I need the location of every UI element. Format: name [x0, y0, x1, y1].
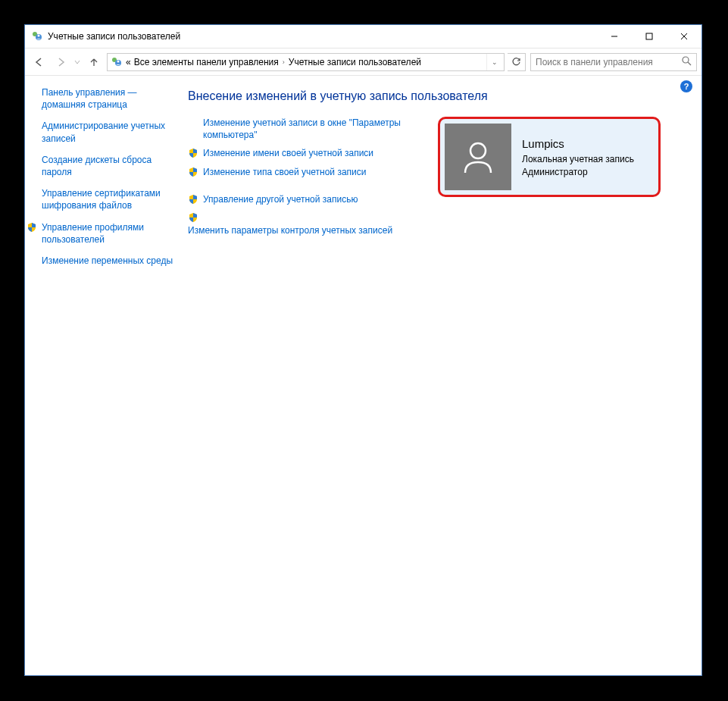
action-list: Изменение учетной записи в окне "Парамет… [188, 117, 415, 252]
sidebar-item-label: Панель управления — домашняя страница [42, 86, 174, 111]
action-change-type[interactable]: Изменение типа своей учетной записи [188, 166, 415, 178]
svg-line-11 [688, 62, 691, 65]
window-title: Учетные записи пользователей [48, 31, 597, 42]
action-label: Изменение типа своей учетной записи [203, 166, 366, 178]
svg-point-12 [470, 143, 486, 158]
main-content: Внесение изменений в учетную запись поль… [180, 76, 701, 675]
chevron-right-icon[interactable]: › [282, 58, 286, 66]
breadcrumb-prefix: « [126, 57, 131, 67]
current-user-card: Lumpics Локальная учетная запись Админис… [438, 117, 661, 197]
breadcrumb-item[interactable]: Все элементы панели управления [134, 57, 279, 67]
action-manage-other[interactable]: Управление другой учетной записью [188, 193, 415, 205]
minimize-button[interactable] [597, 25, 632, 49]
avatar [445, 124, 511, 190]
action-change-name[interactable]: Изменение имени своей учетной записи [188, 147, 415, 159]
help-icon[interactable]: ? [680, 80, 692, 92]
up-button[interactable] [84, 52, 104, 72]
sidebar-item-label: Администрирование учетных записей [42, 120, 174, 144]
action-label: Изменить параметры контроля учетных запи… [188, 224, 392, 236]
address-dropdown[interactable]: ⌄ [486, 54, 502, 70]
search-placeholder: Поиск в панели управления [536, 57, 653, 67]
shield-icon [27, 222, 37, 233]
shield-icon [188, 167, 198, 177]
user-accounts-icon [31, 30, 43, 42]
sidebar-item-label: Управление сертификатами шифрования файл… [42, 187, 174, 211]
sidebar-item-label: Создание дискеты сброса пароля [42, 154, 174, 178]
shield-icon [188, 212, 198, 223]
sidebar-item-admin-accounts[interactable]: Администрирование учетных записей [42, 120, 174, 144]
close-button[interactable] [667, 25, 701, 49]
breadcrumb-item[interactable]: Учетные записи пользователей [289, 57, 421, 67]
back-button[interactable] [30, 52, 49, 72]
user-role: Администратор [522, 166, 634, 179]
svg-point-2 [38, 35, 40, 37]
control-panel-window: Учетные записи пользователей « Все элеме… [24, 24, 702, 676]
svg-rect-4 [646, 33, 652, 39]
window-controls [597, 25, 701, 49]
action-change-in-pc-settings[interactable]: Изменение учетной записи в окне "Парамет… [188, 117, 415, 141]
sidebar: Панель управления — домашняя страница Ад… [25, 76, 180, 675]
shield-icon [188, 148, 198, 158]
sidebar-item-password-disk[interactable]: Создание дискеты сброса пароля [42, 154, 174, 178]
search-input[interactable]: Поиск в панели управления [530, 53, 697, 71]
address-bar[interactable]: « Все элементы панели управления › Учетн… [107, 53, 505, 71]
user-info: Lumpics Локальная учетная запись Админис… [522, 136, 634, 179]
forward-button[interactable] [51, 52, 70, 72]
sidebar-item-certs[interactable]: Управление сертификатами шифрования файл… [42, 187, 174, 211]
nav-toolbar: « Все элементы панели управления › Учетн… [25, 49, 701, 76]
maximize-button[interactable] [632, 25, 667, 49]
action-uac-settings[interactable]: Изменить параметры контроля учетных запи… [188, 211, 415, 236]
user-account-type: Локальная учетная запись [522, 153, 634, 166]
window-body: ? Панель управления — домашняя страница … [25, 76, 701, 675]
sidebar-item-profiles[interactable]: Управление профилями пользователей [42, 221, 174, 246]
sidebar-item-env[interactable]: Изменение переменных среды [42, 255, 174, 267]
action-label: Изменение учетной записи в окне "Парамет… [203, 117, 415, 141]
svg-point-9 [117, 60, 120, 62]
sidebar-item-label: Изменение переменных среды [42, 255, 173, 267]
action-label: Управление другой учетной записью [203, 193, 358, 205]
page-heading: Внесение изменений в учетную запись поль… [188, 89, 683, 103]
sidebar-item-label: Управление профилями пользователей [42, 221, 174, 246]
search-icon [682, 56, 692, 68]
sidebar-item-home[interactable]: Панель управления — домашняя страница [42, 86, 174, 111]
user-name: Lumpics [522, 136, 634, 152]
svg-point-10 [683, 57, 689, 63]
titlebar: Учетные записи пользователей [25, 25, 701, 49]
shield-icon [188, 194, 198, 205]
recent-dropdown[interactable] [72, 52, 83, 72]
user-accounts-icon [111, 56, 123, 68]
action-label: Изменение имени своей учетной записи [203, 147, 373, 159]
refresh-button[interactable] [508, 53, 526, 71]
